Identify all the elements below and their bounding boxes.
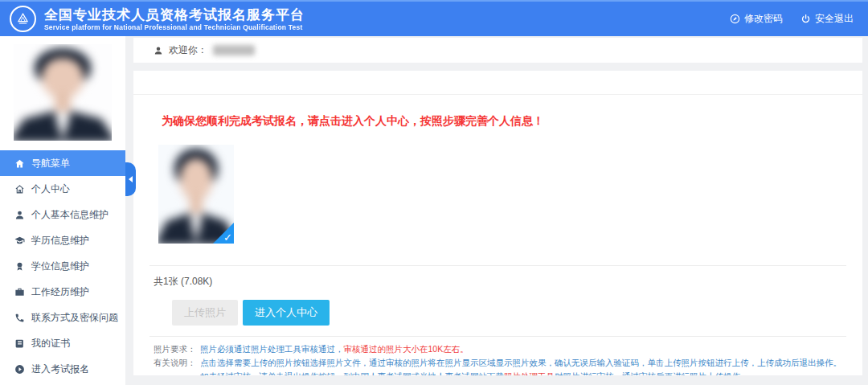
enter-personal-center-button[interactable]: 进入个人中心 bbox=[243, 300, 330, 326]
sidebar-item-label: 工作经历维护 bbox=[31, 285, 89, 299]
home-outline-icon bbox=[14, 184, 25, 195]
user-icon bbox=[14, 210, 25, 220]
sidebar-item-basic-info[interactable]: 个人基本信息维护 bbox=[0, 202, 125, 227]
blurred-portrait bbox=[14, 44, 112, 141]
certificate-book-icon bbox=[14, 338, 25, 349]
sidebar-item-personal-center[interactable]: 个人中心 bbox=[0, 176, 125, 202]
sidebar-collapse-handle[interactable] bbox=[125, 162, 136, 196]
enter-arrow-icon bbox=[14, 364, 25, 375]
app-header: 全国专业技术人员资格考试报名服务平台 Service platform for … bbox=[0, 0, 868, 36]
edit-password-icon bbox=[730, 14, 740, 24]
welcome-label: 欢迎你： bbox=[169, 43, 207, 57]
change-password-link[interactable]: 修改密码 bbox=[730, 12, 783, 26]
welcome-username-redacted bbox=[213, 45, 255, 55]
sidebar-item-label: 进入考试报名 bbox=[31, 362, 89, 376]
photo-count: 共1张 (7.08K) bbox=[133, 266, 862, 289]
change-password-label: 修改密码 bbox=[744, 12, 783, 26]
content-panel: 为确保您顺利完成考试报名，请点击进入个人中心，按照步骤完善个人信息！ ✓ 共1张… bbox=[133, 71, 862, 375]
sidebar-item-label: 个人基本信息维护 bbox=[31, 208, 108, 222]
sidebar-item-education-info[interactable]: 学历信息维护 bbox=[0, 227, 125, 253]
sidebar-item-label: 我的证书 bbox=[31, 337, 70, 350]
sidebar: 导航菜单 个人中心 个人基本信息维护 bbox=[0, 36, 125, 385]
photo-preview: ✓ bbox=[158, 145, 234, 244]
notes-label: 有关说明： bbox=[154, 356, 200, 375]
sidebar-item-label: 联系方式及密保问题 bbox=[31, 311, 118, 325]
notes-row: 有关说明： 点击选择需要上传的照片按钮选择照片文件，通过审核的照片将在照片显示区… bbox=[154, 356, 848, 375]
requirements-label: 照片要求： bbox=[154, 342, 200, 356]
graduation-cap-icon bbox=[14, 236, 25, 246]
brand: 全国专业技术人员资格考试报名服务平台 Service platform for … bbox=[10, 6, 305, 32]
sidebar-item-degree-info[interactable]: 学位信息维护 bbox=[0, 253, 125, 279]
button-row: 上传照片 进入个人中心 bbox=[172, 300, 862, 326]
upload-photo-button[interactable]: 上传照片 bbox=[172, 300, 238, 326]
photo-instructions: 照片要求： 照片必须通过照片处理工具审核通过，审核通过的照片大小在10K左右。 … bbox=[133, 337, 862, 375]
requirements-text: 照片必须通过照片处理工具审核通过，审核通过的照片大小在10K左右。 bbox=[200, 342, 848, 356]
sidebar-item-work-experience[interactable]: 工作经历维护 bbox=[0, 279, 125, 305]
sidebar-item-label: 个人中心 bbox=[31, 182, 70, 196]
platform-logo-icon bbox=[10, 6, 36, 32]
sidebar-item-label: 导航菜单 bbox=[31, 157, 70, 170]
sidebar-item-label: 学历信息维护 bbox=[31, 234, 89, 248]
panel-header-strip bbox=[133, 71, 862, 95]
platform-title: 全国专业技术人员资格考试报名服务平台 bbox=[44, 7, 305, 23]
platform-titles: 全国专业技术人员资格考试报名服务平台 Service platform for … bbox=[44, 7, 305, 31]
sidebar-item-label: 学位信息维护 bbox=[31, 260, 89, 273]
sidebar-profile-photo bbox=[14, 44, 112, 141]
briefcase-icon bbox=[14, 287, 25, 297]
power-icon bbox=[800, 14, 811, 24]
sidebar-item-my-certificates[interactable]: 我的证书 bbox=[0, 330, 125, 356]
logout-link[interactable]: 安全退出 bbox=[800, 12, 854, 26]
user-icon bbox=[154, 46, 163, 55]
sidebar-item-nav-menu[interactable]: 导航菜单 bbox=[0, 150, 125, 176]
chevron-left-icon bbox=[129, 176, 133, 182]
logout-label: 安全退出 bbox=[815, 12, 854, 26]
phone-icon bbox=[14, 313, 25, 323]
photo-tool-link[interactable]: 照片处理工具 bbox=[504, 371, 555, 375]
header-actions: 修改密码 安全退出 bbox=[730, 12, 854, 26]
main-area: 欢迎你： 为确保您顺利完成考试报名，请点击进入个人中心，按照步骤完善个人信息！ … bbox=[133, 36, 862, 385]
notes-text: 点击选择需要上传的照片按钮选择照片文件，通过审核的照片将在照片显示区域显示照片效… bbox=[200, 356, 848, 375]
body-layout: 导航菜单 个人中心 个人基本信息维护 bbox=[0, 36, 868, 385]
page: 全国专业技术人员资格考试报名服务平台 Service platform for … bbox=[0, 0, 868, 385]
sidebar-nav: 导航菜单 个人中心 个人基本信息维护 bbox=[0, 150, 125, 382]
warning-text: 为确保您顺利完成考试报名，请点击进入个人中心，按照步骤完善个人信息！ bbox=[162, 114, 862, 129]
photo-requirements-row: 照片要求： 照片必须通过照片处理工具审核通过，审核通过的照片大小在10K左右。 bbox=[154, 342, 848, 356]
sidebar-item-contact-security[interactable]: 联系方式及密保问题 bbox=[0, 305, 125, 330]
check-icon: ✓ bbox=[223, 232, 232, 243]
medal-icon bbox=[14, 261, 25, 272]
welcome-bar: 欢迎你： bbox=[133, 38, 862, 63]
platform-subtitle: Service platform for National Profession… bbox=[44, 23, 305, 31]
home-icon bbox=[14, 158, 25, 169]
sidebar-item-enter-registration[interactable]: 进入考试报名 bbox=[0, 356, 125, 382]
